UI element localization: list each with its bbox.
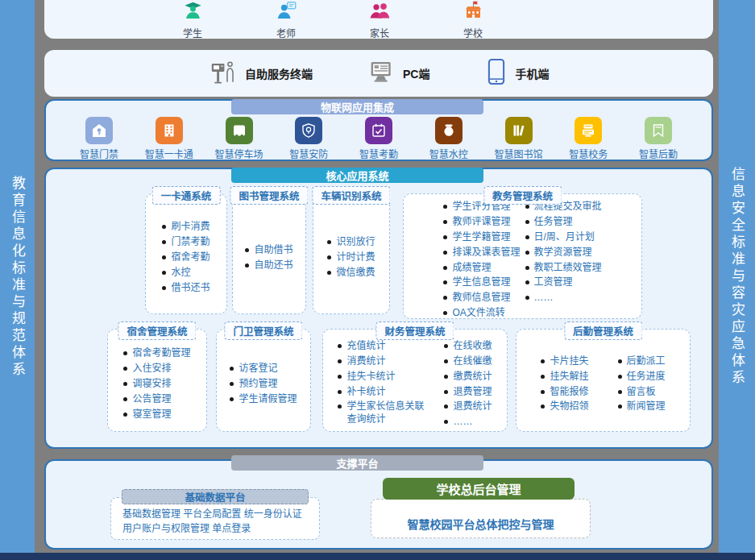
terminal-label: 手机端 — [515, 65, 549, 81]
student-icon — [182, 0, 204, 25]
system-box-title: 教务管理系统 — [483, 186, 562, 205]
feature-item: 公告管理 — [123, 393, 190, 406]
feature-item: 教师评课管理 — [443, 216, 520, 229]
user-role-school: 学校 — [442, 0, 504, 39]
feature-item: 补卡统计 — [338, 386, 433, 399]
kiosk-icon — [209, 58, 237, 89]
item-column: 在线收缴在线催缴缴费统计退费管理退费统计…… — [444, 339, 492, 430]
system-box-items: 访客登记预约管理学生请假管理 — [230, 362, 297, 407]
terminals-panel: 自助服务终端 PC端 手机端 — [44, 50, 713, 97]
feature-item: 教师信息管理 — [443, 292, 520, 305]
feature-item: 入住安排 — [123, 363, 190, 375]
system-box-title: 宿舍管理系统 — [118, 321, 196, 340]
school-admin-content: 智慧校园平台总体把控与管理 — [408, 516, 554, 532]
bottom-divider — [0, 553, 755, 560]
security-shield-icon — [295, 117, 322, 144]
terminal-self-service: 自助服务终端 — [209, 58, 313, 89]
user-role-label: 学校 — [463, 26, 483, 39]
bullet-icon — [618, 404, 622, 409]
bullet-icon — [541, 390, 545, 394]
one-card-icon — [156, 117, 183, 144]
terminal-label: PC端 — [403, 65, 429, 81]
feature-item: 失物招领 — [541, 400, 588, 413]
bullet-icon — [525, 235, 529, 239]
base-platform-features-line: 基础数据管理 平台全局配置 统一身份认证 — [122, 508, 313, 521]
iot-app-label: 智慧安防 — [289, 147, 328, 160]
bullet-icon — [443, 296, 447, 300]
feature-item: 日/周、月计划 — [525, 231, 602, 244]
left-standards-bar: 教育信息化标准与规范体系 — [0, 0, 35, 554]
bullet-icon — [444, 390, 448, 394]
system-box-library: 图书管理系统 自助借书自助还书 — [232, 193, 306, 314]
system-box-title: 一卡通系统 — [152, 186, 221, 205]
iot-app-attendance: 智慧考勤 — [346, 117, 411, 160]
right-security-bar: 信息安全标准与容灾应急体系 — [719, 0, 755, 554]
system-box-logistics: 后勤管理系统 卡片挂失挂失解挂智能报修失物招领后勤派工任务进度留言板新闻管理 — [516, 329, 691, 432]
item-column: 充值统计消费统计挂失卡统计补卡统计学生家长信息关联查询统计 — [338, 339, 433, 430]
user-role-teacher: 老师 — [255, 0, 317, 39]
base-platform-features-line: 用户账户与权限管理 单点登录 — [122, 522, 313, 536]
feature-item: 计时计费 — [327, 251, 375, 264]
feature-item: 学生信息管理 — [443, 276, 520, 289]
bullet-icon — [230, 382, 234, 386]
school-affairs-icon — [575, 117, 602, 144]
system-box-finance: 财务管理系统 充值统计消费统计挂失卡统计补卡统计学生家长信息关联查询统计在线收缴… — [322, 329, 508, 432]
bullet-icon — [525, 205, 529, 209]
feature-item: …… — [444, 416, 492, 429]
feature-item: 退费管理 — [444, 386, 492, 399]
bullet-icon — [162, 225, 166, 229]
bullet-icon — [525, 280, 529, 284]
bullet-icon — [541, 359, 545, 363]
iot-app-label: 智慧一卡通 — [145, 147, 193, 160]
bullet-icon — [123, 351, 127, 355]
bullet-icon — [162, 271, 166, 275]
feature-item: 任务管理 — [525, 216, 602, 229]
feature-item: 水控 — [162, 267, 209, 280]
iot-app-label: 智慧图书馆 — [494, 147, 542, 160]
bullet-icon — [338, 375, 342, 379]
feature-item: 门禁考勤 — [162, 236, 209, 249]
feature-item: 挂失解挂 — [541, 371, 588, 384]
feature-item: 挂失卡统计 — [338, 371, 433, 384]
bullet-icon — [443, 235, 447, 239]
bullet-icon — [443, 266, 447, 270]
feature-item: 学生学籍管理 — [443, 231, 520, 244]
system-box-title: 图书管理系统 — [230, 186, 308, 205]
feature-item: 自助借书 — [245, 244, 292, 257]
logistics-flag-icon — [645, 117, 672, 144]
user-roles-panel: 学生 老师 家长 学校 — [44, 0, 713, 39]
school-admin-box: 智慧校园平台总体把控与管理 — [371, 499, 591, 538]
item-column: 后勤派工任务进度留言板新闻管理 — [618, 354, 666, 414]
item-column: 访客登记预约管理学生请假管理 — [230, 362, 297, 407]
terminal-label: 自助服务终端 — [245, 65, 313, 81]
feature-item: 消费统计 — [338, 355, 433, 368]
phone-icon — [486, 58, 507, 89]
system-box-title: 财务管理系统 — [375, 321, 454, 340]
library-books-icon — [505, 117, 533, 144]
feature-item: 教职工绩效管理 — [525, 262, 602, 275]
feature-item: OA文件流转 — [443, 307, 520, 320]
teacher-icon — [276, 0, 297, 25]
bullet-icon — [444, 344, 448, 348]
feature-item: 排课及课表管理 — [443, 247, 520, 259]
bullet-icon — [327, 240, 331, 244]
support-platform-panel: 支撑平台 基础数据平台 基础数据管理 平台全局配置 统一身份认证 用户账户与权限… — [44, 459, 713, 550]
feature-item: 智能报修 — [541, 386, 588, 399]
iot-app-label: 智慧水控 — [429, 147, 468, 160]
bullet-icon — [618, 390, 622, 394]
feature-item: 在线收缴 — [444, 340, 492, 353]
bullet-icon — [123, 367, 127, 371]
bullet-icon — [327, 271, 331, 275]
iot-app-one-card: 智慧一卡通 — [137, 117, 201, 160]
user-role-label: 老师 — [276, 26, 296, 39]
bullet-icon — [443, 251, 447, 255]
user-role-label: 学生 — [183, 26, 202, 39]
bullet-icon — [525, 220, 529, 224]
water-control-icon — [435, 117, 463, 144]
attendance-calendar-icon — [365, 117, 392, 144]
bullet-icon — [162, 255, 166, 259]
bullet-icon — [230, 397, 234, 401]
system-box-items: 识别放行计时计费微信缴费 — [327, 235, 375, 280]
parking-icon — [226, 117, 253, 144]
iot-app-school-affairs: 智慧校务 — [556, 117, 620, 160]
